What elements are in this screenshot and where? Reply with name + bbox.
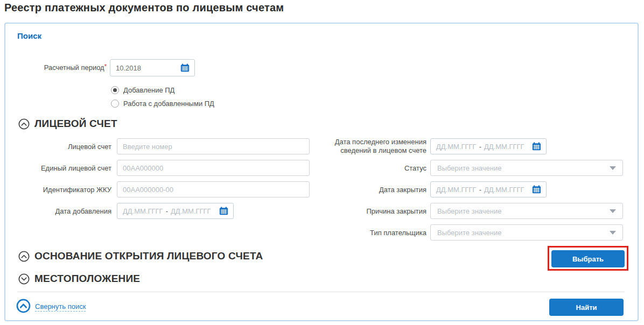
last-change-date-range-input[interactable]: ДД.ММ.ГГГГ - ДД.ММ.ГГГГ — [430, 138, 547, 154]
calendar-icon[interactable] — [180, 63, 190, 72]
radio-option-adding-pd[interactable]: Добавление ПД — [111, 86, 174, 94]
status-label: Статус — [319, 164, 426, 173]
date-added-range-input[interactable]: ДД.ММ.ГГГГ - ДД.ММ.ГГГГ — [117, 203, 234, 219]
select-placeholder: Выберите значение — [437, 164, 501, 172]
collapse-search-label: Свернуть поиск — [35, 302, 86, 312]
find-button[interactable]: Найти — [549, 299, 624, 316]
range-separator: - — [166, 207, 168, 215]
required-asterisk: * — [104, 63, 107, 69]
chevron-down-circle-icon — [18, 273, 30, 285]
collapse-search-link[interactable]: Свернуть поиск — [16, 299, 86, 313]
date-mask: ДД.ММ.ГГГГ — [484, 186, 524, 194]
date-mask: ДД.ММ.ГГГГ — [484, 143, 524, 151]
account-number-input[interactable] — [117, 138, 310, 154]
section-title: ЛИЦЕВОЙ СЧЕТ — [34, 118, 117, 130]
calendar-icon[interactable] — [532, 185, 541, 194]
period-label-text: Расчетный период — [44, 63, 104, 72]
close-date-label: Дата закрытия — [319, 186, 426, 194]
unified-account-input[interactable] — [117, 160, 310, 176]
select-placeholder: Выберите значение — [437, 229, 501, 237]
date-mask: ДД.ММ.ГГГГ — [123, 207, 163, 215]
date-mask: ДД.ММ.ГГГГ — [436, 143, 477, 151]
date-added-label: Дата добавления — [5, 207, 111, 216]
section-header-basis[interactable]: ОСНОВАНИЕ ОТКРЫТИЯ ЛИЦЕВОГО СЧЕТА — [18, 250, 263, 262]
radio-button-selected — [111, 86, 119, 94]
zhku-id-label: Идентификатор ЖКУ — [5, 186, 111, 194]
dropdown-caret-icon — [610, 166, 616, 170]
calendar-icon[interactable] — [532, 142, 541, 151]
account-number-label: Лицевой счет — [5, 143, 111, 151]
status-select[interactable]: Выберите значение — [430, 160, 623, 176]
range-separator: - — [479, 143, 481, 151]
close-reason-select[interactable]: Выберите значение — [430, 203, 623, 219]
date-mask: ДД.ММ.ГГГГ — [171, 207, 211, 215]
select-basis-button[interactable]: Выбрать — [551, 250, 625, 267]
section-header-location[interactable]: МЕСТОПОЛОЖЕНИЕ — [18, 273, 140, 285]
payer-type-label: Тип плательщика — [319, 229, 426, 237]
radio-label: Добавление ПД — [123, 86, 174, 94]
dropdown-caret-icon — [610, 231, 616, 235]
search-panel: Поиск Расчетный период* 10.2018 Добавлен… — [4, 23, 639, 321]
section-title: ОСНОВАНИЕ ОТКРЫТИЯ ЛИЦЕВОГО СЧЕТА — [34, 250, 263, 262]
period-label: Расчетный период* — [5, 63, 107, 72]
chevron-up-circle-icon — [18, 251, 30, 262]
chevron-up-circle-icon — [16, 299, 31, 313]
calendar-icon[interactable] — [219, 207, 228, 215]
divider — [17, 292, 625, 292]
range-separator: - — [479, 186, 481, 194]
section-title: МЕСТОПОЛОЖЕНИЕ — [34, 273, 140, 285]
payer-type-select[interactable]: Выберите значение — [430, 224, 623, 241]
section-header-account[interactable]: ЛИЦЕВОЙ СЧЕТ — [18, 118, 117, 130]
last-change-date-label: Дата последнего изменения сведений в лиц… — [330, 138, 426, 155]
chevron-up-circle-icon — [18, 118, 30, 130]
close-date-range-input[interactable]: ДД.ММ.ГГГГ - ДД.ММ.ГГГГ — [430, 181, 547, 197]
period-value: 10.2018 — [116, 64, 141, 72]
close-reason-label: Причина закрытия — [319, 207, 426, 216]
unified-account-label: Единый лицевой счет — [5, 164, 111, 173]
radio-option-work-with-added-pd[interactable]: Работа с добавленными ПД — [111, 100, 214, 108]
page-title: Реестр платежных документов по лицевым с… — [4, 2, 284, 14]
period-input[interactable]: 10.2018 — [110, 59, 195, 76]
radio-button-unselected — [111, 100, 119, 108]
zhku-id-input[interactable] — [117, 181, 310, 197]
date-mask: ДД.ММ.ГГГГ — [436, 186, 477, 194]
search-panel-title: Поиск — [17, 31, 41, 40]
select-placeholder: Выберите значение — [437, 207, 501, 215]
radio-label: Работа с добавленными ПД — [123, 100, 214, 108]
dropdown-caret-icon — [610, 209, 616, 213]
